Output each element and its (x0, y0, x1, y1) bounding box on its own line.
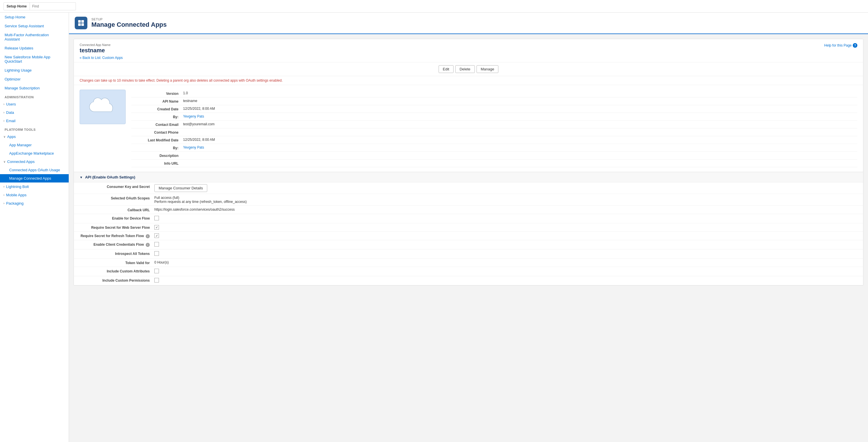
detail-value-api-name: testname (183, 99, 857, 103)
oauth-row-token-valid-for: Token Valid for 0 Hour(s) (74, 259, 863, 267)
grid-icon (78, 20, 85, 26)
detail-row-version: Version 1.0 (131, 90, 857, 97)
sidebar-group-apps[interactable]: ∨ Apps (0, 132, 69, 141)
chevron-right-icon: › (3, 202, 4, 205)
chevron-right-icon: › (3, 103, 4, 106)
chevron-down-icon: ∨ (3, 135, 5, 138)
page-header-icon (75, 17, 87, 29)
client-credentials-checkbox[interactable] (154, 242, 159, 247)
detail-row-created-date: Created Date 12/25/2022, 8:00 AM (131, 105, 857, 113)
sidebar-group-lightning-bolt-label: Lightning Bolt (6, 185, 29, 189)
scope-line-1: Full access (full) (154, 196, 857, 200)
sidebar-group-mobile-apps[interactable]: › Mobile Apps (0, 191, 69, 199)
sidebar-item-new-salesforce-mobile[interactable]: New Salesforce Mobile App QuickStart (0, 53, 69, 66)
page-header: SETUP Manage Connected Apps (69, 13, 868, 34)
oauth-section-header[interactable]: ▼ API (Enable OAuth Settings) (74, 172, 863, 183)
detail-row-contact-phone: Contact Phone (131, 128, 857, 136)
edit-button[interactable]: Edit (439, 65, 454, 73)
sidebar-group-email[interactable]: › Email (0, 117, 69, 125)
info-icon-client-credentials[interactable]: i (146, 243, 150, 247)
content-area: SETUP Manage Connected Apps Connected Ap… (69, 13, 868, 442)
search-input[interactable] (30, 2, 76, 10)
sidebar: Setup Home Service Setup Assistant Multi… (0, 13, 69, 442)
sidebar-child-connected-apps-oauth-usage[interactable]: Connected Apps OAuth Usage (0, 166, 69, 174)
sidebar-item-service-setup-assistant[interactable]: Service Setup Assistant (0, 22, 69, 30)
oauth-table: Consumer Key and Secret Manage Consumer … (74, 183, 863, 285)
sidebar-group-email-label: Email (6, 119, 16, 123)
detail-row-last-modified-by: By: Yevgeny Pats (131, 144, 857, 152)
oauth-value-token-valid-for: 0 Hour(s) (154, 260, 857, 264)
back-to-list-link[interactable]: « Back to List: Custom Apps (80, 56, 123, 60)
collapse-arrow-icon: ▼ (80, 176, 83, 179)
sidebar-child-app-manager[interactable]: App Manager (0, 141, 69, 149)
chevron-down-icon: ∨ (3, 160, 5, 163)
help-link[interactable]: Help for this Page ? (824, 43, 857, 48)
manage-button[interactable]: Manage (476, 65, 499, 73)
oauth-row-callback-url: Callback URL https://login.salesforce.co… (74, 206, 863, 214)
web-server-flow-checkbox[interactable] (154, 225, 159, 230)
help-link-text: Help for this Page (824, 43, 851, 48)
sidebar-item-lightning-usage[interactable]: Lightning Usage (0, 66, 69, 75)
delete-button[interactable]: Delete (455, 65, 475, 73)
svg-rect-3 (81, 23, 84, 26)
oauth-value-refresh-token-flow (154, 233, 857, 238)
svg-rect-0 (78, 20, 81, 23)
refresh-token-flow-label-text: Require Secret for Refresh Token Flow (81, 234, 144, 238)
detail-value-created-date: 12/25/2022, 8:00 AM (183, 106, 857, 110)
connected-app-name: testname (80, 47, 123, 54)
detail-value-version: 1.0 (183, 91, 857, 95)
oauth-value-introspect-tokens (154, 251, 857, 257)
custom-permissions-checkbox[interactable] (154, 278, 159, 283)
device-flow-checkbox[interactable] (154, 216, 159, 220)
info-icon-refresh-token[interactable]: i (146, 234, 150, 238)
connected-app-name-label: Connected App Name (80, 43, 123, 46)
detail-row-created-by: By: Yevgeny Pats (131, 113, 857, 121)
created-by-link[interactable]: Yevgeny Pats (183, 115, 204, 118)
warning-text: Changes can take up to 10 minutes to tak… (74, 76, 863, 85)
custom-attributes-checkbox[interactable] (154, 269, 159, 273)
detail-row-description: Description (131, 152, 857, 159)
sidebar-item-manage-subscription[interactable]: Manage Subscription (0, 84, 69, 93)
oauth-row-device-flow: Enable for Device Flow (74, 214, 863, 223)
detail-row-contact-email: Contact Email test@youremail.com (131, 121, 857, 128)
oauth-label-token-valid-for: Token Valid for (80, 260, 154, 265)
detail-label-contact-phone: Contact Phone (131, 130, 183, 134)
oauth-row-custom-permissions: Include Custom Permissions (74, 276, 863, 285)
oauth-row-client-credentials: Enable Client Credentials Flow i (74, 240, 863, 249)
last-modified-by-link[interactable]: Yevgeny Pats (183, 146, 204, 150)
oauth-value-custom-attributes (154, 269, 857, 274)
detail-value-last-modified-date: 12/25/2022, 8:00 AM (183, 138, 857, 142)
detail-label-last-modified-date: Last Modified Date (131, 138, 183, 142)
sidebar-group-packaging[interactable]: › Packaging (0, 199, 69, 208)
sidebar-child-manage-connected-apps[interactable]: Manage Connected Apps (0, 174, 69, 183)
sidebar-item-release-updates[interactable]: Release Updates (0, 44, 69, 53)
sidebar-group-users[interactable]: › Users (0, 100, 69, 108)
client-credentials-label-text: Enable Client Credentials Flow (93, 243, 144, 247)
detail-label-contact-email: Contact Email (131, 122, 183, 127)
page-title: Manage Connected Apps (91, 21, 167, 28)
sidebar-group-connected-apps[interactable]: ∨ Connected Apps (0, 157, 69, 166)
sidebar-group-mobile-apps-label: Mobile Apps (6, 193, 26, 197)
chevron-right-icon: › (3, 119, 4, 122)
oauth-label-web-server-flow: Require Secret for Web Server Flow (80, 225, 154, 230)
sidebar-group-data[interactable]: › Data (0, 108, 69, 117)
sidebar-item-optimizer[interactable]: Optimizer (0, 75, 69, 84)
sidebar-item-mfa-assistant[interactable]: Multi-Factor Authentication Assistant (0, 30, 69, 44)
sidebar-group-users-label: Users (6, 102, 16, 106)
oauth-value-callback-url: https://login.salesforce.com/services/oa… (154, 208, 857, 212)
detail-value-contact-email: test@youremail.com (183, 122, 857, 126)
setup-home-button[interactable]: Setup Home (3, 2, 30, 10)
oauth-row-consumer-key: Consumer Key and Secret Manage Consumer … (74, 183, 863, 194)
manage-consumer-details-button[interactable]: Manage Consumer Details (154, 184, 207, 192)
sidebar-group-lightning-bolt[interactable]: › Lightning Bolt (0, 183, 69, 191)
app-logo (80, 90, 126, 124)
sidebar-child-appexchange-marketplace[interactable]: AppExchange Marketplace (0, 149, 69, 157)
detail-label-api-name: API Name (131, 99, 183, 103)
introspect-tokens-checkbox[interactable] (154, 251, 159, 256)
chevron-right-icon: › (3, 111, 4, 114)
refresh-token-flow-checkbox[interactable] (154, 233, 159, 238)
sidebar-item-setup-home[interactable]: Setup Home (0, 13, 69, 22)
cloud-logo-icon (88, 97, 117, 117)
chevron-right-icon: › (3, 185, 4, 188)
sidebar-section-platform-tools: PLATFORM TOOLS (0, 125, 69, 132)
